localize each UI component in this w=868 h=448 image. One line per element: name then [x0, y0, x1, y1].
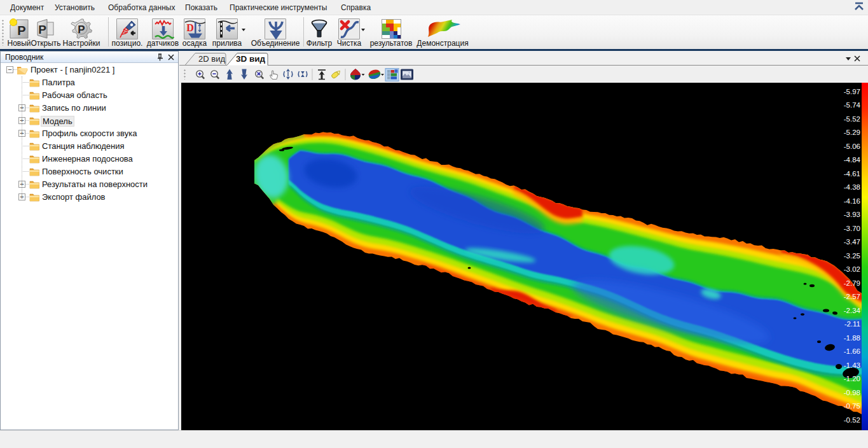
svg-text:P: P	[78, 24, 85, 36]
svg-text:D: D	[186, 22, 194, 33]
svg-text:2D вид: 2D вид	[198, 54, 225, 64]
svg-text:3D вид: 3D вид	[236, 54, 266, 64]
svg-text:P: P	[38, 23, 46, 36]
svg-text:P: P	[17, 24, 25, 38]
